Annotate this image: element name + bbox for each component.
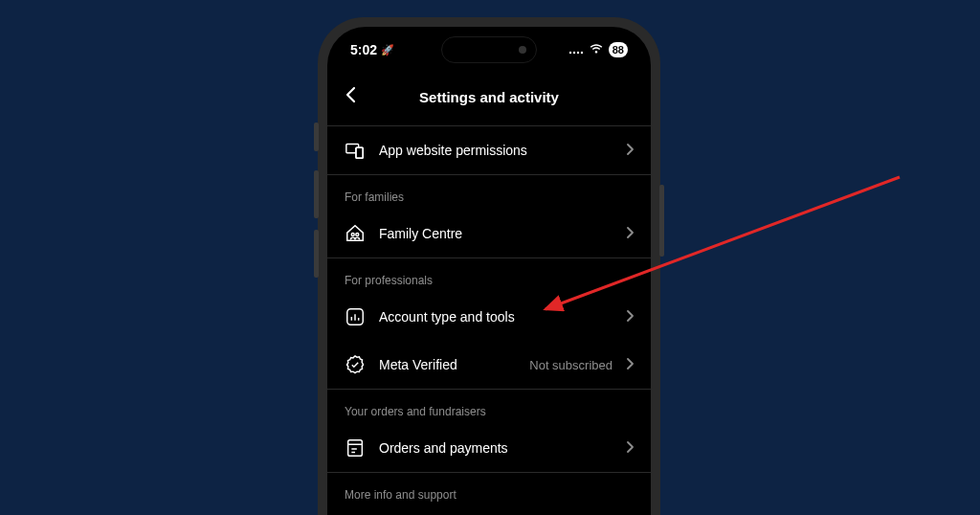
- page-title: Settings and activity: [360, 89, 637, 105]
- row-label: Orders and payments: [379, 440, 612, 456]
- svg-point-7: [351, 233, 354, 235]
- back-button[interactable]: [341, 82, 360, 112]
- home-people-icon: [345, 223, 366, 244]
- svg-point-0: [569, 52, 571, 54]
- chart-square-icon: [345, 306, 366, 327]
- section-families: For families: [327, 175, 651, 210]
- devices-icon: [345, 140, 366, 161]
- side-button: [314, 123, 319, 151]
- section-orders: Your orders and fundraisers: [327, 390, 651, 424]
- battery-level: 88: [612, 44, 624, 56]
- chevron-right-icon: [626, 226, 634, 241]
- row-status: Not subscribed: [529, 358, 612, 372]
- section-professionals: For professionals: [327, 258, 651, 293]
- dynamic-island: [441, 36, 537, 63]
- row-label: Family Centre: [379, 226, 612, 241]
- row-orders-payments[interactable]: Orders and payments: [327, 424, 651, 472]
- status-right: 88: [568, 42, 628, 57]
- camera-dot: [519, 46, 526, 54]
- chevron-right-icon: [626, 309, 634, 325]
- row-family-centre[interactable]: Family Centre: [327, 210, 651, 258]
- svg-point-2: [577, 52, 579, 54]
- row-label: App website permissions: [379, 143, 612, 158]
- chevron-right-icon: [626, 357, 634, 372]
- wifi-icon: [589, 42, 604, 57]
- phone-screen: 5:02 🚀 88 Settings and activity: [327, 27, 651, 515]
- row-app-website-permissions[interactable]: App website permissions: [327, 126, 651, 174]
- svg-point-3: [581, 52, 583, 54]
- status-left: 5:02 🚀: [350, 42, 394, 57]
- row-account-type-tools[interactable]: Account type and tools: [327, 293, 651, 341]
- row-meta-verified[interactable]: Meta Verified Not subscribed: [327, 341, 651, 389]
- svg-rect-5: [356, 147, 363, 158]
- row-label: Meta Verified: [379, 357, 516, 372]
- battery-indicator: 88: [609, 42, 628, 57]
- row-label: Account type and tools: [379, 309, 612, 325]
- power-button: [659, 185, 664, 257]
- receipt-icon: [345, 437, 366, 459]
- svg-point-8: [356, 233, 359, 235]
- phone-frame: 5:02 🚀 88 Settings and activity: [318, 17, 660, 515]
- page-header: Settings and activity: [327, 73, 651, 125]
- verified-badge-icon: [345, 354, 366, 375]
- clock: 5:02: [350, 42, 377, 57]
- section-more-info: More info and support: [327, 473, 651, 507]
- rocket-icon: 🚀: [381, 44, 394, 56]
- svg-rect-10: [348, 440, 363, 457]
- chevron-right-icon: [626, 440, 634, 456]
- volume-up-button: [314, 170, 319, 218]
- svg-point-1: [573, 52, 575, 54]
- cellular-icon: [568, 42, 584, 57]
- chevron-right-icon: [626, 143, 634, 158]
- volume-down-button: [314, 230, 319, 278]
